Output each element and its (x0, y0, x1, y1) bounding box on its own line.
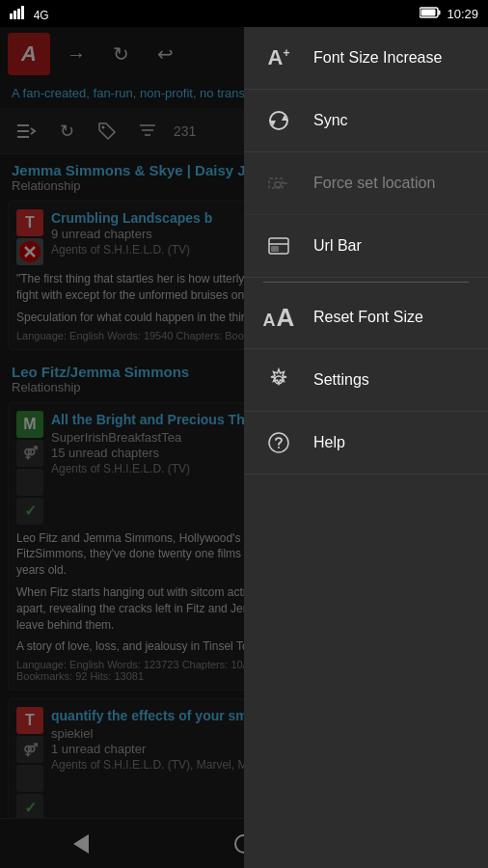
svg-rect-2 (17, 9, 20, 19)
menu-item-url-bar[interactable]: Url Bar (244, 215, 488, 278)
overlay-background[interactable] (0, 27, 244, 868)
dropdown-menu: A+ Font Size Increase Sync (244, 27, 488, 868)
svg-rect-3 (21, 6, 24, 19)
svg-rect-22 (271, 246, 279, 252)
menu-label-force-location: Force set location (313, 175, 435, 192)
menu-label-sync: Sync (313, 112, 348, 129)
force-location-icon (263, 168, 294, 199)
menu-item-force-location[interactable]: Force set location (244, 152, 488, 215)
time-display: 10:29 (447, 7, 478, 21)
svg-rect-18 (275, 182, 281, 187)
svg-point-25 (278, 447, 280, 448)
menu-label-help: Help (313, 434, 345, 451)
svg-rect-6 (421, 9, 436, 15)
status-signal: 4G (10, 6, 49, 22)
help-icon (263, 427, 294, 458)
svg-rect-1 (14, 11, 16, 19)
menu-divider (263, 282, 469, 283)
menu-label-reset-font: Reset Font Size (313, 309, 423, 326)
sync-icon (263, 105, 294, 136)
svg-rect-5 (439, 10, 441, 14)
menu-label-settings: Settings (313, 371, 369, 389)
menu-item-sync[interactable]: Sync (244, 90, 488, 152)
menu-item-reset-font[interactable]: AA Reset Font Size (244, 286, 488, 349)
font-increase-icon: A+ (263, 42, 294, 73)
menu-item-settings[interactable]: Settings (244, 349, 488, 412)
status-icons: 10:29 (420, 7, 478, 21)
menu-label-font-increase: Font Size Increase (313, 49, 442, 67)
svg-rect-0 (10, 14, 13, 19)
settings-icon (263, 365, 294, 395)
overlay: A+ Font Size Increase Sync (0, 27, 488, 868)
url-bar-icon (263, 231, 294, 261)
menu-item-help[interactable]: Help (244, 412, 488, 475)
status-bar: 4G 10:29 (0, 0, 488, 27)
reset-font-icon: AA (263, 302, 294, 333)
menu-item-font-increase[interactable]: A+ Font Size Increase (244, 27, 488, 90)
menu-label-url-bar: Url Bar (313, 237, 362, 255)
battery-icon (420, 7, 441, 21)
